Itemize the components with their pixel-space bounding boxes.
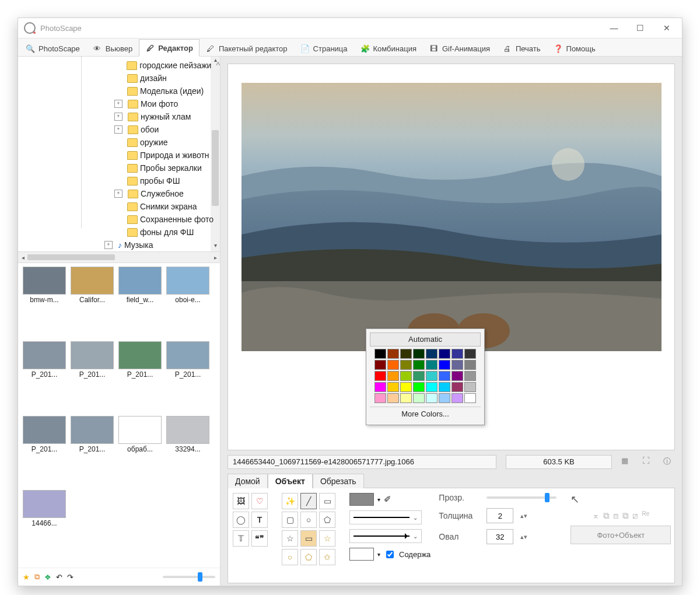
color-swatch[interactable] [439,349,450,359]
panel-tab-Домой[interactable]: Домой [228,474,268,488]
color-swatch[interactable] [426,349,438,359]
line-style-picker[interactable]: ⌄ [349,510,422,524]
color-swatch[interactable] [426,371,438,381]
tree-folder[interactable]: +нужный хлам [76,110,220,123]
tab-помощь[interactable]: ❓Помощь [547,40,602,57]
thumbnail[interactable]: oboi-e... [164,267,212,341]
color-swatch[interactable] [464,371,476,381]
tree-folder[interactable]: Природа и животн [76,149,220,162]
color-swatch[interactable] [413,393,425,403]
filled-rect-button[interactable]: ▭ [300,530,317,547]
color-swatch[interactable] [452,371,463,381]
group-icon[interactable]: ⌅ [592,510,600,521]
photo-object-button[interactable]: Фото+Объект [570,526,671,544]
color-swatch[interactable] [439,371,450,381]
color-swatch[interactable] [426,360,438,370]
oval-input[interactable] [487,529,513,544]
panel-tab-Объект[interactable]: Объект [268,474,313,488]
color-swatch[interactable] [387,349,399,359]
contains-checkbox[interactable] [386,551,394,558]
more-colors-button[interactable]: More Colors... [370,407,481,421]
tab-вьювер[interactable]: 👁Вьювер [86,40,139,57]
color-swatch[interactable] [387,360,399,370]
color-swatch[interactable] [464,349,476,359]
delete-icon[interactable]: ⧄ [632,510,638,521]
minimize-button[interactable]: — [601,18,627,38]
tree-music[interactable]: +♪Музыка [76,239,220,251]
tree-folder[interactable]: Сохраненные фото [76,213,220,226]
insert-heart-button[interactable]: ♡ [251,493,268,509]
automatic-color-button[interactable]: Automatic [370,332,481,346]
color-swatch[interactable] [439,393,450,403]
color-swatch[interactable] [464,393,476,403]
thumbnail[interactable]: P_201... [68,416,116,490]
circle-button[interactable]: ○ [300,512,317,528]
tree-folder[interactable]: +Мои фото [76,97,220,110]
color-swatch[interactable] [464,360,476,370]
magicwand-button[interactable]: ✨ [282,493,298,509]
tree-folder[interactable]: дизайн [76,72,220,85]
thumbnail[interactable]: Califor... [68,267,116,341]
tree-folder[interactable]: +Служебное [76,187,220,200]
cursor-icon[interactable]: ↖ [570,493,579,506]
rect-outline-button[interactable]: ▭ [319,493,335,509]
insert-quote-button[interactable]: ❝❞ [251,530,268,547]
star-gold-button[interactable]: ☆ [319,530,335,547]
tab-gif-анимация[interactable]: 🎞Gif-Анимация [423,40,496,57]
thumbnail[interactable]: P_201... [20,416,68,490]
tree-hscrollbar[interactable]: ◂▸ [18,251,220,263]
info-icon[interactable]: ⓘ [663,456,675,468]
fill-color-swatch[interactable] [349,548,374,561]
color-swatch[interactable] [426,393,438,403]
tab-photoscape[interactable]: 🔍PhotoScape [19,40,86,57]
color-swatch[interactable] [452,349,463,359]
color-swatch[interactable] [400,382,412,392]
thumbnail[interactable]: 33294... [164,416,212,490]
color-swatch[interactable] [400,360,412,370]
line-button[interactable]: ╱ [300,493,317,509]
insert-image-button[interactable]: 🖼 [233,493,249,509]
stroke-color-swatch[interactable] [349,493,374,506]
insert-richtext-button[interactable]: 𝕋 [233,530,249,547]
thickness-input[interactable] [487,508,513,523]
color-swatch[interactable] [426,382,438,392]
color-swatch[interactable] [413,349,425,359]
undo-icon[interactable]: ↶ [56,573,62,582]
close-button[interactable]: ✕ [653,18,680,38]
color-swatch[interactable] [439,360,450,370]
color-swatch[interactable] [374,349,386,359]
tree-folder[interactable]: фоны для ФШ [76,226,220,239]
pentagon-gold-button[interactable]: ⬠ [300,549,317,565]
color-swatch[interactable] [413,382,425,392]
insert-speech-button[interactable]: ◯ [233,512,249,528]
tag-icon[interactable]: ⧉ [34,572,40,582]
thumbnail[interactable]: обраб... [116,416,164,490]
tab-печать[interactable]: 🖨Печать [496,40,547,57]
color-swatch[interactable] [387,382,399,392]
polygon-button[interactable]: ⬠ [319,512,335,528]
tree-folder[interactable]: Моделька (идеи) [76,85,220,97]
thumbnail[interactable]: P_201... [164,341,212,415]
sendback-icon[interactable]: ⧈ [613,510,619,521]
thumbnail[interactable]: P_201... [20,341,68,415]
color-swatch[interactable] [439,382,450,392]
color-swatch[interactable] [400,349,412,359]
tab-комбинация[interactable]: 🧩Комбинация [354,40,423,57]
color-picker-popup[interactable]: Automatic More Colors... [366,328,485,425]
fullscreen-icon[interactable]: ⛶ [642,456,654,468]
arrow-style-picker[interactable]: ⌄ [349,529,422,543]
color-swatch[interactable] [374,360,386,370]
color-swatch[interactable] [413,371,425,381]
tree-folder[interactable]: +обои [76,123,220,136]
tree-folder[interactable]: городские пейзажи^ [76,59,220,72]
star-outline-gold-button[interactable]: ✩ [319,549,335,565]
tree-folder[interactable]: пробы ФШ [76,174,220,187]
color-swatch[interactable] [387,371,399,381]
opacity-slider[interactable] [487,496,556,499]
duplicate-icon[interactable]: ⧉ [622,510,629,521]
circle-gold-button[interactable]: ○ [282,549,298,565]
palette-icon[interactable]: ❖ [44,573,51,582]
tree-folder[interactable]: Пробы зеркалки [76,162,220,174]
color-swatch[interactable] [413,360,425,370]
grid-icon[interactable]: ▦ [621,456,633,468]
